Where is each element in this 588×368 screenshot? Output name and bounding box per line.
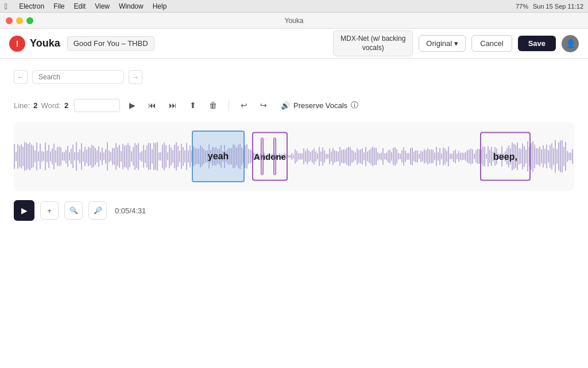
traffic-lights <box>6 17 33 24</box>
total-time: 4:31 <box>131 206 146 215</box>
word-number: 2 <box>64 101 68 110</box>
app-header: ! Youka Good For You – THBD MDX-Net (w/ … <box>0 29 588 59</box>
undo-icon: ↩ <box>241 101 247 110</box>
user-avatar[interactable]: 👤 <box>562 35 579 52</box>
edit-toolbar: Line: 2 Word: 2 yeah ▶ ⏮ ⏭ ⬆ 🗑 ↩ ↪ 🔊 <box>14 98 574 113</box>
rewind-button[interactable]: ⏮ <box>145 98 160 112</box>
menubar:  Electron File Edit View Window Help 77… <box>0 0 588 13</box>
main-play-icon: ▶ <box>21 206 28 215</box>
add-button[interactable]: + <box>40 201 59 220</box>
plus-icon: + <box>47 206 52 215</box>
info-icon: ⓘ <box>351 100 358 110</box>
zoom-out-icon: 🔎 <box>94 206 102 214</box>
main-content: ← → Line: 2 Word: 2 yeah ▶ ⏮ ⏭ ⬆ 🗑 ↩ <box>0 59 588 368</box>
logo-name: Youka <box>30 37 60 49</box>
menubar-right-area: 77% Sun 15 Sep 11:12 <box>516 3 583 10</box>
menu-window[interactable]: Window <box>119 2 144 10</box>
menu-file[interactable]: File <box>53 2 64 10</box>
save-button[interactable]: Save <box>518 36 556 51</box>
redo-button[interactable]: ↪ <box>257 98 270 112</box>
share-button[interactable]: ⬆ <box>186 98 200 112</box>
share-icon: ⬆ <box>189 101 196 110</box>
word-block-pipe2 <box>273 138 276 175</box>
chevron-down-icon: ▾ <box>454 39 458 48</box>
zoom-out-button[interactable]: 🔎 <box>88 201 107 220</box>
redo-icon: ↪ <box>260 101 267 110</box>
apple-menu[interactable]:  <box>5 2 7 11</box>
back-nav-button[interactable]: ← <box>14 70 28 84</box>
cancel-button[interactable]: Cancel <box>471 35 512 52</box>
bottom-controls: ▶ + 🔍 🔎 0:05/4:31 <box>14 200 574 221</box>
original-button[interactable]: Original ▾ <box>419 35 466 52</box>
delete-button[interactable]: 🗑 <box>206 98 220 112</box>
window-title: Youka <box>285 17 304 25</box>
fastforward-button[interactable]: ⏭ <box>165 98 180 112</box>
song-title: Good For You – THBD <box>67 36 154 51</box>
model-selector[interactable]: MDX-Net (w/ backing vocals) <box>333 30 413 56</box>
preserve-vocals-label: Preserve Vocals <box>293 101 347 110</box>
search-input[interactable] <box>32 70 124 84</box>
word-label: Word: <box>41 101 60 110</box>
word-input[interactable]: yeah <box>74 99 120 112</box>
line-label: Line: <box>14 101 30 110</box>
trash-icon: 🗑 <box>209 101 217 110</box>
word-block-pipe1 <box>261 138 264 175</box>
preserve-vocals-button[interactable]: 🔊 Preserve Vocals ⓘ <box>276 98 363 113</box>
current-time: 0:05 <box>115 206 129 215</box>
time-display: 0:05/4:31 <box>115 206 146 215</box>
undo-button[interactable]: ↩ <box>237 98 251 112</box>
rewind-icon: ⏮ <box>148 101 156 110</box>
play-button[interactable]: ▶ <box>126 98 139 112</box>
minimize-button[interactable] <box>16 17 23 24</box>
titlebar: Youka <box>0 13 588 29</box>
header-right: MDX-Net (w/ backing vocals) Original ▾ C… <box>333 30 579 56</box>
close-button[interactable] <box>6 17 13 24</box>
word-block-yeah[interactable]: yeah <box>192 131 245 182</box>
maximize-button[interactable] <box>26 17 33 24</box>
main-play-button[interactable]: ▶ <box>14 200 34 221</box>
menu-help[interactable]: Help <box>153 2 167 10</box>
word-block-beep[interactable]: beep, <box>480 132 531 181</box>
play-icon: ▶ <box>129 101 136 110</box>
menu-electron[interactable]: Electron <box>19 2 44 10</box>
logo-icon: ! <box>9 36 25 52</box>
zoom-in-icon: 🔍 <box>69 206 78 214</box>
battery-display: 77% <box>516 3 528 10</box>
forward-nav-button[interactable]: → <box>129 70 142 84</box>
datetime-display: Sun 15 Sep 11:12 <box>533 3 583 10</box>
logo-area: ! Youka <box>9 36 60 52</box>
waveform-container[interactable]: yeah Andone beep, <box>14 122 574 191</box>
speaker-icon: 🔊 <box>281 101 290 110</box>
toolbar-separator <box>229 99 229 111</box>
fastforward-icon: ⏭ <box>169 101 177 110</box>
menu-edit[interactable]: Edit <box>74 2 86 10</box>
zoom-in-button[interactable]: 🔍 <box>64 201 83 220</box>
line-number: 2 <box>33 101 37 110</box>
menu-view[interactable]: View <box>95 2 110 10</box>
line-word-info: Line: 2 Word: 2 <box>14 101 68 110</box>
search-area: ← → <box>14 70 574 84</box>
word-block-andone[interactable]: Andone <box>252 132 288 181</box>
